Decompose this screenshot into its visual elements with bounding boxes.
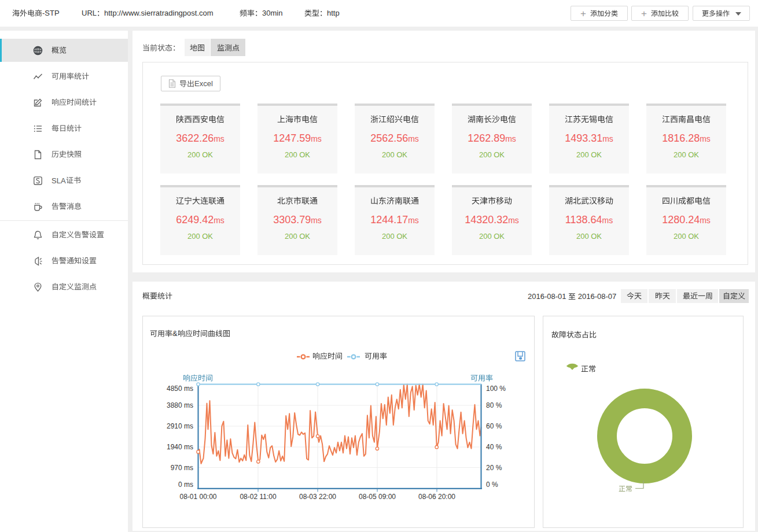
svg-text:40 %: 40 %	[486, 443, 502, 451]
svg-text:100 %: 100 %	[486, 385, 506, 393]
svg-text:0 ms: 0 ms	[178, 481, 193, 489]
svg-text:08-03 22:00: 08-03 22:00	[299, 493, 336, 501]
svg-text:4850 ms: 4850 ms	[167, 385, 193, 393]
svg-text:08-01 00:00: 08-01 00:00	[179, 493, 216, 501]
svg-text:1940 ms: 1940 ms	[167, 443, 193, 451]
svg-text:3880 ms: 3880 ms	[167, 401, 193, 409]
svg-text:2910 ms: 2910 ms	[167, 422, 193, 430]
svg-text:08-05 09:00: 08-05 09:00	[359, 493, 396, 501]
svg-text:60 %: 60 %	[486, 422, 502, 430]
svg-text:20 %: 20 %	[486, 464, 502, 472]
svg-text:0 %: 0 %	[486, 481, 498, 489]
svg-text:80 %: 80 %	[486, 401, 502, 409]
svg-text:08-02 11:00: 08-02 11:00	[240, 493, 276, 501]
svg-text:08-06 20:00: 08-06 20:00	[418, 493, 455, 501]
svg-text:970 ms: 970 ms	[171, 464, 193, 472]
